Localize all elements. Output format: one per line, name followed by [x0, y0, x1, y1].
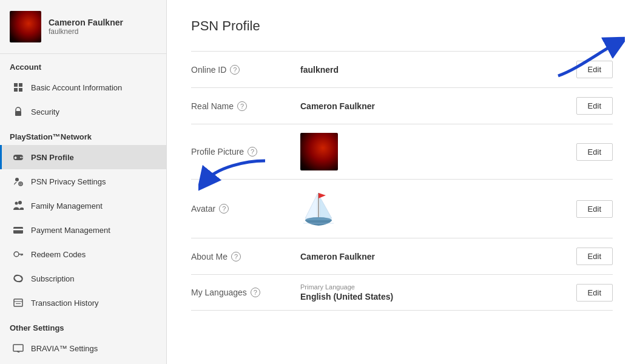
- sidebar-item-label-payment: Payment Management: [31, 226, 110, 235]
- edit-button-real-name[interactable]: Edit: [576, 97, 613, 115]
- sidebar-item-label-security: Security: [31, 107, 59, 116]
- profile-pic-inner: [300, 133, 338, 170]
- transaction-icon: [12, 296, 25, 309]
- svg-rect-3: [19, 88, 22, 92]
- sidebar-item-label-subscription: Subscription: [31, 274, 75, 283]
- profile-row-real-name: Real Name ? Cameron Faulkner Edit: [191, 87, 613, 124]
- row-label-real-name: Real Name ?: [191, 101, 300, 111]
- svg-rect-27: [13, 345, 23, 351]
- sidebar-item-label-transaction: Transaction History: [31, 298, 99, 308]
- svg-rect-1: [19, 83, 22, 87]
- profile-row-about-me: About Me ? Cameron Faulkner Edit: [191, 238, 613, 274]
- row-label-about-me: About Me ?: [191, 252, 300, 261]
- row-value-about-me: Cameron Faulkner: [300, 252, 576, 261]
- help-icon-real-name[interactable]: ?: [237, 101, 247, 111]
- svg-point-23: [13, 274, 23, 283]
- card-icon: [12, 223, 25, 237]
- row-value-avatar: [300, 188, 576, 229]
- family-icon: [12, 199, 25, 212]
- row-value-my-languages: Primary Language English (United States): [300, 283, 576, 302]
- svg-marker-32: [320, 197, 332, 218]
- subscription-icon: [12, 272, 25, 285]
- sidebar-section-other: Other Settings: [0, 315, 166, 336]
- sidebar-item-transaction-history[interactable]: Transaction History: [0, 291, 166, 315]
- help-icon-avatar[interactable]: ?: [219, 204, 229, 214]
- key-icon: [12, 248, 25, 261]
- edit-button-about-me[interactable]: Edit: [576, 248, 613, 265]
- svg-point-9: [22, 157, 23, 158]
- svg-rect-17: [13, 229, 23, 231]
- lock-icon: [12, 105, 25, 118]
- user-online-id: faulknerd: [49, 27, 123, 36]
- avatar: [10, 11, 41, 42]
- row-label-profile-picture: Profile Picture ?: [191, 147, 300, 157]
- sidebar-item-psn-profile[interactable]: PSN Profile: [0, 145, 166, 169]
- sidebar-item-label-redeem: Redeem Codes: [31, 250, 86, 259]
- svg-point-14: [15, 202, 18, 205]
- sidebar-item-label-psn-profile: PSN Profile: [31, 153, 74, 162]
- sidebar-item-subscription[interactable]: Subscription: [0, 266, 166, 291]
- svg-point-8: [20, 157, 21, 158]
- row-label-my-languages: My Languages ?: [191, 288, 300, 297]
- profile-row-avatar: Avatar ?: [191, 179, 613, 238]
- row-value-online-id: faulknerd: [300, 65, 576, 75]
- user-profile-header: Cameron Faulkner faulknerd: [0, 0, 166, 54]
- help-icon-about-me[interactable]: ?: [231, 252, 241, 261]
- row-value-profile-picture: [300, 133, 576, 170]
- svg-rect-7: [15, 158, 17, 159]
- main-content: PSN Profile Online ID ? faulknerd Edit R…: [167, 0, 637, 364]
- sidebar-item-label-basic-account: Basic Account Information: [31, 83, 122, 92]
- svg-rect-2: [14, 88, 18, 92]
- help-icon-online-id[interactable]: ?: [230, 65, 240, 75]
- user-info: Cameron Faulkner faulknerd: [49, 18, 123, 36]
- sidebar-item-payment-management[interactable]: Payment Management: [0, 218, 166, 242]
- avatar-sailboat-image: [300, 188, 337, 228]
- edit-button-profile-picture[interactable]: Edit: [576, 143, 613, 161]
- language-value: English (United States): [300, 292, 576, 302]
- main-wrapper: PSN Profile Online ID ? faulknerd Edit R…: [167, 0, 637, 364]
- sidebar-section-psn: PlayStation™Network: [0, 124, 166, 145]
- sidebar-item-family-management[interactable]: Family Management: [0, 194, 166, 218]
- sidebar-item-redeem-codes[interactable]: Redeem Codes: [0, 242, 166, 266]
- svg-point-18: [14, 252, 19, 257]
- sidebar-section-account: Account: [0, 54, 166, 75]
- person-settings-icon: [12, 175, 25, 188]
- page-title: PSN Profile: [191, 18, 613, 34]
- row-label-online-id: Online ID ?: [191, 65, 300, 75]
- svg-rect-0: [14, 83, 18, 87]
- sidebar-item-label-psn-privacy: PSN Privacy Settings: [31, 177, 106, 186]
- profile-row-profile-picture: Profile Picture ? Edit: [191, 124, 613, 179]
- profile-picture-thumbnail: [300, 133, 338, 170]
- tv-icon: [12, 342, 25, 355]
- sidebar-item-basic-account[interactable]: Basic Account Information: [0, 75, 166, 99]
- help-icon-my-languages[interactable]: ?: [251, 288, 260, 297]
- svg-point-22: [14, 275, 22, 281]
- grid-icon: [12, 81, 25, 94]
- svg-marker-34: [318, 193, 326, 198]
- sidebar-item-label-bravia: BRAVIA™ Settings: [31, 344, 98, 353]
- help-icon-profile-picture[interactable]: ?: [248, 147, 257, 157]
- edit-button-online-id[interactable]: Edit: [576, 61, 613, 78]
- svg-point-10: [15, 178, 19, 181]
- edit-button-avatar[interactable]: Edit: [576, 200, 613, 218]
- row-label-avatar: Avatar ?: [191, 204, 300, 214]
- svg-rect-4: [15, 111, 21, 116]
- sidebar-item-psn-privacy[interactable]: PSN Privacy Settings: [0, 169, 166, 194]
- user-display-name: Cameron Faulkner: [49, 18, 123, 27]
- sidebar: Cameron Faulkner faulknerd Account Basic…: [0, 0, 167, 364]
- svg-rect-24: [14, 299, 22, 306]
- controller-icon: [12, 150, 25, 164]
- profile-row-my-languages: My Languages ? Primary Language English …: [191, 274, 613, 311]
- sidebar-item-bravia[interactable]: BRAVIA™ Settings: [0, 336, 166, 360]
- svg-marker-31: [305, 194, 317, 218]
- avatar-image: [10, 11, 41, 42]
- row-value-real-name: Cameron Faulkner: [300, 101, 576, 111]
- sidebar-item-label-family-management: Family Management: [31, 201, 103, 211]
- profile-row-online-id: Online ID ? faulknerd Edit: [191, 51, 613, 87]
- svg-point-15: [18, 201, 22, 204]
- edit-button-my-languages[interactable]: Edit: [576, 284, 613, 302]
- language-sub-label: Primary Language: [300, 283, 576, 291]
- sidebar-item-security[interactable]: Security: [0, 99, 166, 124]
